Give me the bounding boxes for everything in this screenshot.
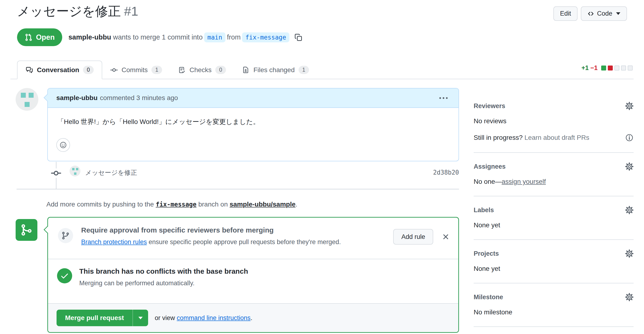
branch-protection-texts: Require approval from specific reviewers…: [81, 226, 341, 246]
gear-icon[interactable]: [625, 206, 634, 214]
sidebar-section-projects: Projects None yet: [474, 240, 634, 284]
tab-count: 0: [215, 66, 226, 74]
labels-value: None yet: [474, 222, 634, 229]
code-icon: [588, 10, 594, 17]
merge-pull-request-button[interactable]: Merge pull request: [56, 310, 132, 326]
comment-arrow: [44, 94, 51, 101]
sidebar-section-development: Development: [474, 327, 634, 334]
learn-draft-prs-link[interactable]: Learn about draft PRs: [524, 134, 589, 141]
comment-author-link[interactable]: sample-ubbu: [56, 94, 98, 102]
diffstat-block-empty: [614, 66, 620, 70]
avatar-pixel: [72, 168, 74, 170]
pull-request-page: メッセージを修正#1 Edit Code Open sample-ubbu wa…: [0, 0, 644, 334]
gear-icon[interactable]: [625, 102, 634, 110]
push-note: Add more commits by pushing to the fix-m…: [46, 200, 298, 208]
section-title: Reviewers: [474, 102, 505, 110]
git-commit-icon: [110, 66, 118, 74]
check-circle: [57, 268, 72, 284]
copy-branch-button[interactable]: [294, 33, 302, 42]
assignees-value: No one—assign yourself: [474, 178, 634, 186]
pr-number: #1: [124, 4, 138, 18]
avatar-pixel: [74, 172, 76, 175]
push-note-text: branch on: [198, 200, 228, 208]
base-branch-label[interactable]: main: [204, 32, 226, 42]
edit-button[interactable]: Edit: [554, 6, 578, 21]
tab-files-changed[interactable]: Files changed 1: [234, 60, 317, 79]
git-commit-icon: [48, 168, 64, 178]
gear-icon[interactable]: [625, 293, 634, 301]
push-note-branch-link[interactable]: fix-message: [156, 201, 196, 208]
no-one-text: No one—: [474, 178, 502, 185]
reviewers-header[interactable]: Reviewers: [474, 102, 634, 110]
diffstat-block-empty: [628, 66, 633, 70]
commit-message-link[interactable]: メッセージを修正: [85, 168, 137, 177]
diffstat-block-empty: [621, 66, 626, 70]
commit-sha-link[interactable]: 2d38b20: [433, 169, 459, 176]
merge-description-from: from: [227, 33, 240, 41]
tab-conversation[interactable]: Conversation 0: [17, 60, 102, 79]
tab-label: Conversation: [37, 66, 79, 74]
git-merge-icon: [20, 224, 33, 236]
commit-avatar[interactable]: [70, 166, 80, 176]
diffstat[interactable]: +1 −1: [581, 64, 633, 72]
pr-author-link[interactable]: sample-ubbu: [68, 33, 111, 41]
code-button[interactable]: Code: [581, 6, 627, 21]
gear-icon[interactable]: [625, 249, 634, 258]
check-icon: [60, 271, 69, 280]
pull-request-icon: [24, 33, 33, 42]
head-branch-label[interactable]: fix-message: [242, 32, 289, 42]
git-branch-icon: [58, 228, 73, 243]
cli-instructions-text: or view command line instructions.: [155, 314, 252, 322]
branch-protection-title: Require approval from specific reviewers…: [81, 226, 341, 234]
comment-text: 「Hello 世界!」から「Hello World!」にメッセージを変更しました…: [57, 117, 260, 126]
kebab-menu-icon[interactable]: [437, 95, 450, 101]
mergeability-subtext: Merging can be performed automatically.: [79, 280, 248, 287]
info-icon[interactable]: [625, 134, 634, 142]
tab-count: 1: [152, 66, 162, 74]
cli-period: .: [250, 314, 252, 322]
projects-header[interactable]: Projects: [474, 249, 634, 258]
tab-count: 0: [83, 66, 94, 74]
merge-options-button[interactable]: [132, 310, 148, 326]
tab-checks[interactable]: Checks 0: [170, 60, 234, 79]
deletions-count: −1: [590, 64, 598, 72]
tab-commits[interactable]: Commits 1: [102, 60, 170, 79]
sidebar-section-milestone: Milestone No milestone: [474, 284, 634, 327]
section-title: Assignees: [474, 163, 506, 170]
still-in-progress-text: Still in progress?: [474, 134, 523, 141]
status-badge: Open: [17, 28, 62, 46]
add-rule-button[interactable]: Add rule: [393, 229, 433, 244]
draft-pr-note: Still in progress? Learn about draft PRs: [474, 134, 634, 142]
divider: [16, 189, 459, 190]
branch-protection-subtext: Branch protection rules ensure specific …: [81, 238, 341, 246]
file-diff-icon: [242, 66, 250, 74]
milestone-value: No milestone: [474, 308, 634, 316]
push-note-repo-link[interactable]: sample-ubbu/sample: [230, 200, 296, 208]
gear-icon[interactable]: [625, 162, 634, 171]
comment-body: 「Hello 世界!」から「Hello World!」にメッセージを変更しました…: [48, 108, 458, 161]
command-line-instructions-link[interactable]: command line instructions: [177, 314, 250, 322]
pr-meta-row: Open sample-ubbu wants to merge 1 commit…: [17, 28, 302, 46]
mergeability-texts: This branch has no conflicts with the ba…: [79, 267, 248, 287]
assign-yourself-link[interactable]: assign yourself: [502, 178, 546, 185]
section-title: Labels: [474, 206, 494, 214]
add-rule-label: Add rule: [401, 233, 425, 240]
branch-protection-rules-link[interactable]: Branch protection rules: [81, 238, 147, 246]
dismiss-button[interactable]: [442, 233, 450, 241]
assignees-header[interactable]: Assignees: [474, 162, 634, 171]
pr-tabbar: Conversation 0 Commits 1 Checks 0 Files …: [10, 60, 634, 79]
milestone-header[interactable]: Milestone: [474, 293, 634, 301]
copy-icon: [294, 33, 302, 42]
add-reaction-button[interactable]: [56, 138, 70, 152]
sidebar-section-assignees: Assignees No one—assign yourself: [474, 153, 634, 196]
draft-pr-text: Still in progress? Learn about draft PRs: [474, 134, 589, 142]
tab-label: Commits: [122, 66, 148, 74]
labels-header[interactable]: Labels: [474, 206, 634, 214]
merge-box: Require approval from specific reviewers…: [47, 217, 459, 333]
projects-value: None yet: [474, 265, 634, 272]
comment-discussion-icon: [26, 66, 33, 74]
merge-description: wants to merge 1 commit into: [113, 33, 203, 41]
avatar[interactable]: [16, 88, 38, 111]
section-title: Projects: [474, 250, 499, 257]
diffstat-block-addition: [601, 66, 606, 70]
